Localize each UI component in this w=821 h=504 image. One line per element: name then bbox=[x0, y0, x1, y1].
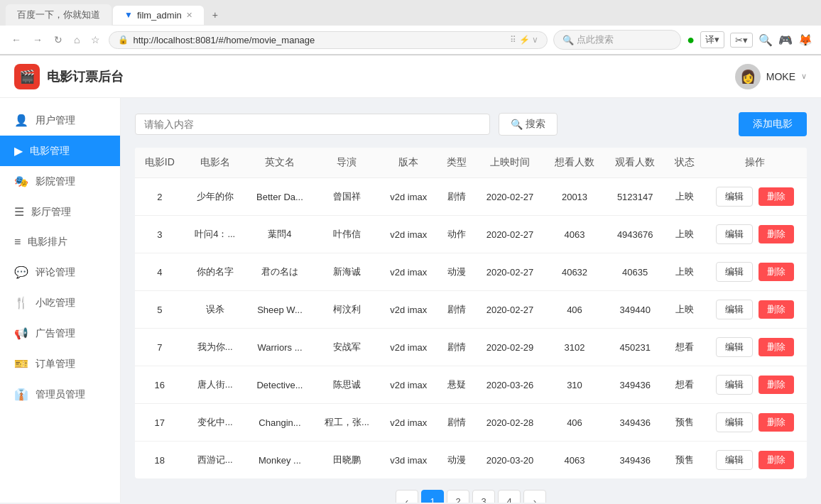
sidebar-item-order-manage[interactable]: 🎫 订单管理 bbox=[0, 349, 120, 379]
new-tab-button[interactable]: + bbox=[205, 5, 225, 25]
sidebar-label-snack: 小吃管理 bbox=[36, 297, 75, 309]
movie-table: 电影ID 电影名 英文名 导演 版本 类型 上映时间 想看人数 观看人数 状态 … bbox=[135, 148, 807, 478]
logo-icon: 🎬 bbox=[14, 64, 40, 89]
delete-button[interactable]: 删除 bbox=[759, 187, 794, 206]
tab-close-icon[interactable]: ✕ bbox=[186, 11, 192, 20]
prev-page-button[interactable]: ‹ bbox=[396, 490, 418, 503]
pagination: ‹ 1 2 3 4 › bbox=[135, 478, 807, 503]
sidebar-item-ad-manage[interactable]: 📢 广告管理 bbox=[0, 318, 120, 349]
cell-watched: 349436 bbox=[605, 404, 665, 442]
home-button[interactable]: ⌂ bbox=[71, 33, 82, 47]
edit-button[interactable]: 编辑 bbox=[716, 412, 753, 432]
plugin2-icon: 译▾ bbox=[700, 31, 724, 48]
back-button[interactable]: ← bbox=[9, 33, 24, 47]
search-btn-label: 搜索 bbox=[526, 118, 545, 131]
sidebar-item-review-manage[interactable]: 💬 评论管理 bbox=[0, 257, 120, 287]
table-row: 17 变化中... Changin... 程工，张... v2d imax 剧情… bbox=[135, 404, 807, 442]
delete-button[interactable]: 删除 bbox=[759, 451, 794, 469]
search-button[interactable]: 🔍 搜索 bbox=[499, 113, 558, 136]
col-version: 版本 bbox=[380, 148, 437, 178]
cell-action: 编辑 删除 bbox=[704, 216, 807, 253]
user-icon: 👤 bbox=[14, 114, 28, 127]
cell-date: 2020-02-27 bbox=[475, 178, 544, 216]
cell-en-name: Detective... bbox=[246, 366, 314, 404]
tab-baidu[interactable]: 百度一下，你就知道 bbox=[6, 4, 112, 26]
page-3-button[interactable]: 3 bbox=[472, 490, 495, 503]
logo-text: 电影订票后台 bbox=[47, 68, 124, 85]
app-body: 👤 用户管理 ▶ 电影管理 🎭 影院管理 ☰ 影厅管理 ≡ 电影排片 💬 评论 bbox=[0, 98, 821, 503]
page-4-button[interactable]: 4 bbox=[498, 490, 521, 503]
add-movie-button[interactable]: 添加电影 bbox=[739, 112, 807, 136]
col-name: 电影名 bbox=[185, 148, 246, 178]
cell-director: 柯汶利 bbox=[314, 291, 380, 329]
edit-button[interactable]: 编辑 bbox=[716, 187, 753, 207]
next-page-button[interactable]: › bbox=[523, 490, 546, 503]
url-input[interactable]: 🔒 http://localhost:8081/#/home/movie_man… bbox=[109, 31, 548, 49]
tab-film-label: film_admin bbox=[137, 10, 182, 21]
sidebar-item-admin-manage[interactable]: 👔 管理员管理 bbox=[0, 379, 120, 410]
sidebar-item-cinema-manage[interactable]: 🎭 影院管理 bbox=[0, 166, 120, 197]
cell-version: v2d imax bbox=[380, 291, 437, 329]
sidebar-label-user: 用户管理 bbox=[36, 114, 75, 127]
ssl-icon: 🔒 bbox=[118, 35, 129, 45]
cell-name: 西游记... bbox=[185, 442, 246, 479]
main-content: 🔍 搜索 添加电影 电影ID 电影名 英文名 导演 版本 类型 bbox=[121, 98, 821, 503]
ad-icon: 📢 bbox=[14, 327, 28, 340]
cell-type: 剧情 bbox=[437, 329, 476, 366]
plugin6-icon: 🦊 bbox=[798, 33, 812, 47]
delete-button[interactable]: 删除 bbox=[759, 413, 794, 432]
search-input[interactable] bbox=[144, 119, 481, 130]
cell-name: 变化中... bbox=[185, 404, 246, 442]
edit-button[interactable]: 编辑 bbox=[716, 450, 753, 470]
page-2-button[interactable]: 2 bbox=[447, 490, 469, 503]
refresh-button[interactable]: ↻ bbox=[51, 33, 65, 47]
cell-action: 编辑 删除 bbox=[704, 329, 807, 366]
delete-button[interactable]: 删除 bbox=[759, 263, 794, 281]
sidebar-item-hall-manage[interactable]: ☰ 影厅管理 bbox=[0, 197, 120, 227]
cell-type: 剧情 bbox=[437, 291, 476, 329]
cell-version: v2d imax bbox=[380, 404, 437, 442]
delete-button[interactable]: 删除 bbox=[759, 376, 794, 394]
cell-id: 7 bbox=[135, 329, 185, 366]
edit-button[interactable]: 编辑 bbox=[716, 300, 753, 319]
cinema-icon: 🎭 bbox=[14, 175, 28, 188]
cell-action: 编辑 删除 bbox=[704, 366, 807, 404]
cell-en-name: Changin... bbox=[246, 404, 314, 442]
cell-want: 406 bbox=[544, 404, 604, 442]
sidebar-item-movie-manage[interactable]: ▶ 电影管理 bbox=[0, 136, 120, 166]
cell-date: 2020-02-27 bbox=[475, 253, 544, 291]
col-en-name: 英文名 bbox=[246, 148, 314, 178]
bookmark-button[interactable]: ☆ bbox=[88, 33, 103, 47]
col-status: 状态 bbox=[665, 148, 704, 178]
cell-director: 陈思诚 bbox=[314, 366, 380, 404]
tab-film-admin[interactable]: ▼ film_admin ✕ bbox=[113, 6, 204, 25]
plugin1-icon: ● bbox=[687, 33, 695, 48]
edit-button[interactable]: 编辑 bbox=[716, 224, 753, 244]
cell-type: 动漫 bbox=[437, 253, 476, 291]
cell-en-name: Monkey ... bbox=[246, 442, 314, 479]
cell-date: 2020-02-27 bbox=[475, 291, 544, 329]
edit-button[interactable]: 编辑 bbox=[716, 262, 753, 282]
sidebar-item-snack-manage[interactable]: 🍴 小吃管理 bbox=[0, 287, 120, 318]
delete-button[interactable]: 删除 bbox=[759, 225, 794, 243]
cell-action: 编辑 删除 bbox=[704, 178, 807, 216]
delete-button[interactable]: 删除 bbox=[759, 338, 794, 356]
edit-button[interactable]: 编辑 bbox=[716, 337, 753, 357]
cell-director: 新海诚 bbox=[314, 253, 380, 291]
delete-button[interactable]: 删除 bbox=[759, 300, 794, 319]
cell-status: 预售 bbox=[665, 404, 704, 442]
browser-search[interactable]: 🔍 点此搜索 bbox=[553, 30, 681, 50]
col-want: 想看人数 bbox=[544, 148, 604, 178]
user-area[interactable]: 👩 MOKE ∨ bbox=[735, 64, 807, 89]
logo-area: 🎬 电影订票后台 bbox=[14, 64, 124, 89]
forward-button[interactable]: → bbox=[30, 33, 45, 47]
admin-icon: 👔 bbox=[14, 388, 28, 401]
cell-type: 剧情 bbox=[437, 178, 476, 216]
table-row: 7 我为你... Warriors ... 安战军 v2d imax 剧情 20… bbox=[135, 329, 807, 366]
edit-button[interactable]: 编辑 bbox=[716, 375, 753, 395]
sidebar-item-user-manage[interactable]: 👤 用户管理 bbox=[0, 105, 120, 136]
sidebar-item-schedule-manage[interactable]: ≡ 电影排片 bbox=[0, 227, 120, 257]
movie-table-container: 电影ID 电影名 英文名 导演 版本 类型 上映时间 想看人数 观看人数 状态 … bbox=[135, 148, 807, 478]
page-1-button[interactable]: 1 bbox=[421, 490, 444, 503]
cell-type: 动作 bbox=[437, 216, 476, 253]
